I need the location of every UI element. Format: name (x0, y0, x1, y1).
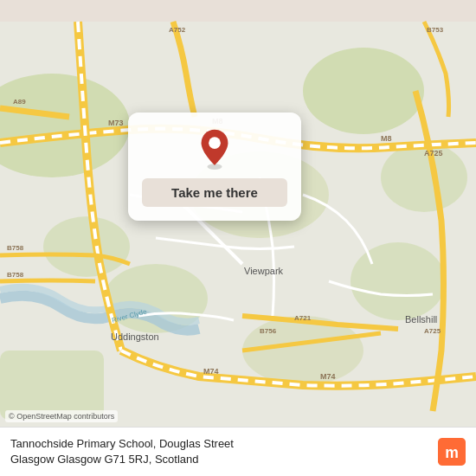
svg-text:B758: B758 (7, 271, 24, 279)
svg-rect-7 (0, 351, 104, 420)
svg-text:B753: B753 (427, 26, 444, 34)
location-pin-icon (194, 128, 235, 170)
moovit-icon: m (438, 438, 466, 466)
map-attribution: © OpenStreetMap contributors (5, 410, 118, 422)
svg-text:M8: M8 (381, 134, 392, 143)
svg-point-29 (209, 137, 221, 149)
svg-text:M74: M74 (203, 367, 219, 376)
svg-text:B758: B758 (7, 244, 24, 252)
map-background: M73 M8 M8 A725 A752 B753 A89 B758 B758 M… (0, 0, 476, 476)
svg-text:Bellshill: Bellshill (405, 314, 437, 325)
svg-point-2 (303, 48, 424, 134)
svg-text:A752: A752 (169, 26, 186, 34)
svg-text:Viewpark: Viewpark (244, 266, 284, 276)
moovit-logo: m (438, 438, 466, 466)
svg-point-5 (351, 242, 446, 320)
svg-text:A725: A725 (424, 149, 443, 158)
svg-text:Uddingston: Uddingston (111, 331, 159, 342)
svg-text:m: m (445, 444, 459, 461)
location-text: Tannochside Primary School, Douglas Stre… (10, 436, 429, 467)
svg-point-8 (43, 216, 130, 277)
take-me-there-button[interactable]: Take me there (142, 178, 287, 207)
info-bar: Tannochside Primary School, Douglas Stre… (0, 427, 476, 476)
svg-text:M74: M74 (320, 372, 336, 381)
svg-text:M73: M73 (108, 119, 124, 127)
popup-card: Take me there (128, 113, 301, 221)
svg-text:A725: A725 (424, 327, 441, 335)
map-container: M73 M8 M8 A725 A752 B753 A89 B758 B758 M… (0, 0, 476, 476)
svg-text:B756: B756 (260, 327, 277, 335)
svg-text:A721: A721 (294, 314, 312, 322)
svg-text:A89: A89 (13, 98, 26, 106)
